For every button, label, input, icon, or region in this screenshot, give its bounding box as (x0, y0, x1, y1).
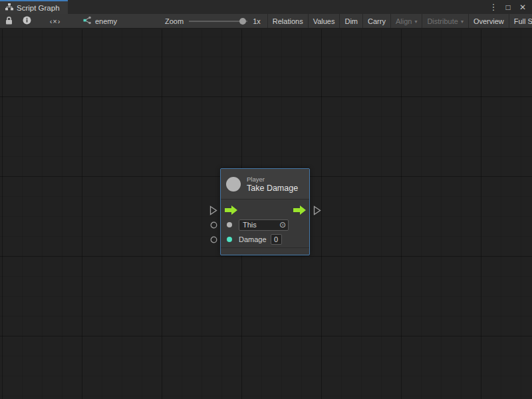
take-damage-node[interactable]: Player Take Damage (220, 168, 310, 255)
zoom-label: Zoom (165, 17, 184, 25)
distribute-dropdown[interactable]: Distribute ▾ (422, 14, 467, 28)
this-port-row: This ⊙ (221, 217, 309, 232)
button-label: Align (396, 17, 412, 25)
damage-port-row: Damage 0 (221, 232, 309, 247)
overview-button[interactable]: Overview (469, 14, 509, 28)
graph-canvas[interactable]: Player Take Damage (0, 29, 532, 399)
window-menu-icon[interactable]: ⋮ (488, 2, 499, 13)
object-picker-icon[interactable]: ⊙ (279, 221, 288, 229)
node-title: Take Damage (247, 184, 298, 193)
take-damage-node-wrap: Player Take Damage (220, 168, 310, 255)
player-object-icon (226, 177, 241, 192)
damage-value-input[interactable]: 0 (271, 234, 282, 245)
damage-port-dot[interactable] (227, 237, 232, 242)
button-label: Distribute (427, 17, 458, 25)
carry-button[interactable]: Carry (363, 14, 390, 28)
values-button[interactable]: Values (309, 14, 340, 28)
this-external-port[interactable] (210, 221, 217, 229)
node-titles: Player Take Damage (247, 176, 298, 193)
flow-input-arrow-icon[interactable] (225, 205, 237, 216)
tab-label: Script Graph (17, 4, 60, 12)
lock-button[interactable] (0, 14, 18, 28)
node-header[interactable]: Player Take Damage (221, 169, 309, 200)
damage-port-label: Damage (239, 235, 267, 243)
zoom-slider-handle[interactable] (239, 18, 246, 25)
this-object-field[interactable]: This ⊙ (239, 219, 289, 231)
tab-bar: Script Graph ⋮ □ ✕ (0, 0, 532, 14)
zoom-value: 1x (253, 17, 261, 25)
zoom-control: Zoom 1x (124, 14, 267, 28)
maximize-icon[interactable]: □ (503, 2, 513, 13)
script-graph-asset-icon (82, 16, 92, 26)
breadcrumb-label: enemy (95, 17, 117, 25)
close-icon[interactable]: ✕ (517, 2, 528, 13)
relations-button[interactable]: Relations (268, 14, 308, 28)
zoom-slider-track (189, 21, 247, 22)
button-label: Relations (273, 17, 303, 25)
tab-script-graph[interactable]: Script Graph (0, 0, 68, 14)
chevron-down-icon: ▾ (461, 19, 464, 25)
lock-icon (5, 17, 13, 26)
chevron-down-icon: ▾ (414, 19, 417, 25)
code-view-button[interactable]: ‹×› (36, 14, 74, 28)
window-controls: ⋮ □ ✕ (488, 0, 532, 14)
full-screen-button[interactable]: Full Screen (509, 14, 532, 28)
button-label: Values (313, 17, 335, 25)
flow-output-arrow-icon[interactable] (293, 205, 306, 216)
flow-port-row (221, 203, 309, 217)
toolbar-buttons: Relations Values Dim Carry Align ▾ Distr… (267, 14, 532, 28)
code-view-icon: ‹×› (50, 17, 61, 25)
dim-button[interactable]: Dim (340, 14, 362, 28)
graph-hierarchy-icon (5, 3, 13, 12)
this-port-dot[interactable] (227, 222, 232, 227)
flow-input-external-port[interactable] (209, 205, 217, 215)
button-label: Overview (473, 17, 504, 25)
info-button[interactable] (18, 14, 36, 28)
script-graph-window: Script Graph ⋮ □ ✕ (0, 0, 532, 399)
button-label: Full Screen (514, 17, 532, 25)
flow-output-external-port[interactable] (313, 205, 321, 215)
button-label: Carry (368, 17, 386, 25)
this-field-value: This (239, 221, 279, 229)
zoom-slider[interactable] (189, 18, 247, 25)
node-footer (221, 247, 309, 255)
damage-external-port[interactable] (210, 236, 217, 243)
breadcrumb[interactable]: enemy (74, 14, 124, 28)
info-icon (23, 16, 31, 26)
node-body: This ⊙ Damage 0 (221, 200, 309, 247)
button-label: Dim (344, 17, 358, 25)
align-dropdown[interactable]: Align ▾ (391, 14, 422, 28)
graph-toolbar: ‹×› enemy Zoom 1x (0, 14, 532, 29)
node-subtitle: Player (247, 176, 298, 183)
